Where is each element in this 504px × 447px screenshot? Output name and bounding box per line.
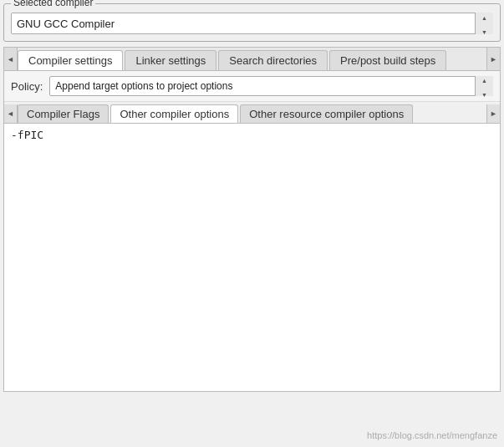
tab-other-resource-compiler-options[interactable]: Other resource compiler options (240, 104, 413, 123)
compiler-select[interactable]: GNU GCC Compiler (11, 13, 493, 34)
policy-row: Policy: Append target options to project… (4, 71, 500, 102)
tab-compiler-flags[interactable]: Compiler Flags (18, 104, 109, 123)
compiler-options-editor[interactable] (4, 124, 500, 391)
policy-select[interactable]: Append target options to project options (49, 76, 493, 96)
tab-pre-post-build[interactable]: Pre/post build steps (329, 50, 446, 70)
inner-tab-scroll-left[interactable]: ◄ (4, 104, 18, 123)
tab-other-compiler-options[interactable]: Other compiler options (110, 104, 238, 123)
outer-tab-bar: ◄ Compiler settings Linker settings Sear… (3, 47, 501, 70)
tab-compiler-settings[interactable]: Compiler settings (18, 50, 123, 70)
inner-tabs-container: Compiler Flags Other compiler options Ot… (18, 104, 486, 123)
policy-select-wrapper: Append target options to project options (49, 76, 493, 96)
inner-tab-bar: ◄ Compiler Flags Other compiler options … (4, 102, 500, 124)
main-container: Selected compiler GNU GCC Compiler ◄ Com… (0, 0, 504, 447)
selected-compiler-legend: Selected compiler (11, 0, 95, 8)
compiler-select-wrapper: GNU GCC Compiler (11, 13, 493, 34)
watermark: https://blog.csdn.net/mengfanze (367, 430, 497, 440)
inner-tab-scroll-right[interactable]: ► (486, 104, 500, 123)
outer-tab-panel: Policy: Append target options to project… (3, 70, 501, 392)
tab-linker-settings[interactable]: Linker settings (125, 50, 216, 70)
outer-tabs-container: Compiler settings Linker settings Search… (18, 48, 486, 70)
selected-compiler-group: Selected compiler GNU GCC Compiler (3, 3, 501, 42)
outer-tab-scroll-right[interactable]: ► (486, 48, 500, 70)
policy-label: Policy: (11, 80, 43, 93)
outer-tab-scroll-left[interactable]: ◄ (4, 48, 18, 70)
tab-search-directories[interactable]: Search directories (218, 50, 328, 70)
